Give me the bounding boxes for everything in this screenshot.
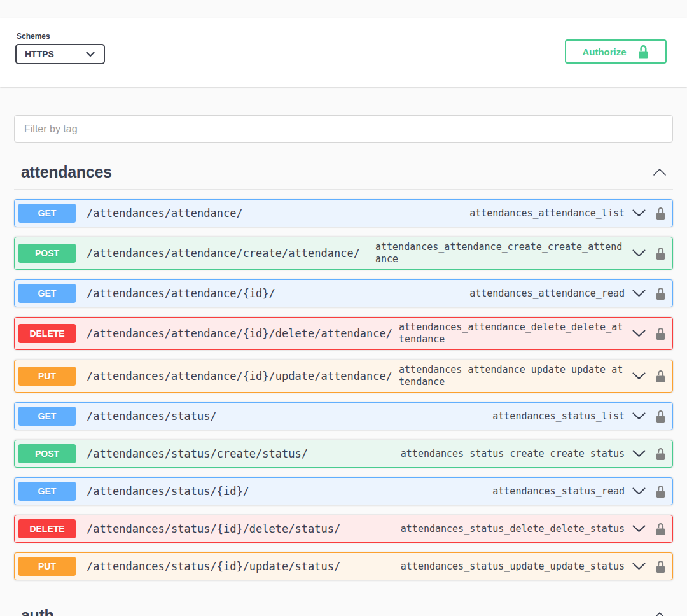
chevron-down-icon[interactable] xyxy=(632,290,646,297)
unlock-icon[interactable] xyxy=(655,287,666,300)
method-badge: PUT xyxy=(18,367,76,386)
method-badge: PUT xyxy=(18,557,76,576)
unlock-icon[interactable] xyxy=(655,447,666,461)
endpoint-path: /attendances/attendance/{id}/update/atte… xyxy=(87,370,392,382)
operation-id: attendances_status_list xyxy=(492,410,625,423)
method-badge: DELETE xyxy=(18,519,76,538)
operation-id-wrap: attendances_status_read xyxy=(249,486,625,498)
operation-id-wrap: attendances_status_create_create_status xyxy=(308,448,625,460)
scheme-select[interactable]: HTTPS xyxy=(15,44,105,64)
authorize-label: Authorize xyxy=(582,46,626,57)
unlock-icon[interactable] xyxy=(655,207,666,220)
operation-id: attendances_status_create_create_status xyxy=(401,448,625,460)
operation-id: attendances_status_update_update_status xyxy=(401,561,625,573)
chevron-down-icon xyxy=(86,52,95,57)
operation-id: attendances_attendance_read xyxy=(469,288,625,300)
operation-row[interactable]: PUT /attendances/attendance/{id}/update/… xyxy=(14,360,673,393)
unlock-icon[interactable] xyxy=(655,327,666,340)
chevron-down-icon[interactable] xyxy=(632,563,646,570)
tag-title: attendances xyxy=(21,163,112,181)
operation-row[interactable]: GET /attendances/attendance/ attendances… xyxy=(14,199,673,227)
operation-row[interactable]: POST /attendances/attendance/create/atte… xyxy=(14,237,673,270)
unlock-icon[interactable] xyxy=(655,522,666,536)
authorize-button[interactable]: Authorize xyxy=(565,39,667,64)
method-badge: POST xyxy=(18,244,76,263)
method-badge: GET xyxy=(18,284,76,303)
endpoint-path: /attendances/status/{id}/update/status/ xyxy=(87,560,340,573)
tag-section-attendances: attendances GET /attendances/attendance/… xyxy=(14,146,673,580)
endpoint-path: /attendances/status/{id}/ xyxy=(87,485,249,498)
chevron-down-icon[interactable] xyxy=(632,372,646,380)
chevron-down-icon[interactable] xyxy=(632,209,646,217)
chevron-up-icon[interactable] xyxy=(649,165,670,179)
method-badge: GET xyxy=(18,204,76,223)
chevron-down-icon[interactable] xyxy=(632,412,646,420)
chevron-up-icon[interactable] xyxy=(649,609,670,616)
tag-title: auth xyxy=(21,606,54,616)
operation-id-wrap: attendances_status_update_update_status xyxy=(340,561,625,573)
unlock-icon xyxy=(637,45,649,59)
operation-row[interactable]: PUT /attendances/status/{id}/update/stat… xyxy=(14,552,673,580)
api-sections: attendances GET /attendances/attendance/… xyxy=(0,146,687,616)
operation-id-wrap: attendances_attendance_delete_delete_att… xyxy=(392,321,625,346)
method-badge: DELETE xyxy=(18,324,76,343)
endpoint-path: /attendances/status/ xyxy=(87,410,217,423)
endpoint-path: /attendances/attendance/ xyxy=(87,207,243,220)
endpoint-path: /attendances/status/{id}/delete/status/ xyxy=(87,522,340,535)
operation-id-wrap: attendances_attendance_create_create_att… xyxy=(360,241,625,265)
tag-section-auth: auth xyxy=(14,590,673,616)
unlock-icon[interactable] xyxy=(655,370,666,383)
operation-id-wrap: attendances_attendance_list xyxy=(243,207,625,220)
endpoint-path: /attendances/attendance/{id}/ xyxy=(87,287,275,300)
unlock-icon[interactable] xyxy=(655,560,666,573)
operation-row[interactable]: GET /attendances/status/ attendances_sta… xyxy=(14,402,673,430)
operation-row[interactable]: GET /attendances/attendance/{id}/ attend… xyxy=(14,279,673,307)
chevron-down-icon[interactable] xyxy=(632,249,646,257)
scheme-container: Schemes HTTPS Authorize xyxy=(0,18,687,87)
operation-list: GET /attendances/attendance/ attendances… xyxy=(14,199,673,580)
operation-id: attendances_attendance_create_create_att… xyxy=(375,241,625,265)
unlock-icon[interactable] xyxy=(655,410,666,423)
method-badge: POST xyxy=(18,444,76,463)
endpoint-path: /attendances/attendance/create/attendanc… xyxy=(87,247,360,260)
chevron-down-icon[interactable] xyxy=(632,450,646,458)
unlock-icon[interactable] xyxy=(655,247,666,260)
operation-id: attendances_attendance_list xyxy=(469,207,625,220)
chevron-down-icon[interactable] xyxy=(632,487,646,495)
operation-row[interactable]: DELETE /attendances/attendance/{id}/dele… xyxy=(14,317,673,350)
operation-id: attendances_attendance_delete_delete_att… xyxy=(399,321,625,346)
tag-header[interactable]: attendances xyxy=(14,146,673,190)
operation-row[interactable]: GET /attendances/status/{id}/ attendance… xyxy=(14,477,673,505)
operation-row[interactable]: DELETE /attendances/status/{id}/delete/s… xyxy=(14,515,673,543)
scheme-selected-value: HTTPS xyxy=(25,49,54,59)
endpoint-path: /attendances/attendance/{id}/delete/atte… xyxy=(87,327,392,340)
unlock-icon[interactable] xyxy=(655,485,666,498)
operation-id-wrap: attendances_status_list xyxy=(217,410,625,423)
method-badge: GET xyxy=(18,407,76,426)
operation-id: attendances_status_read xyxy=(492,486,625,498)
operation-id-wrap: attendances_attendance_update_update_att… xyxy=(392,364,625,388)
chevron-down-icon[interactable] xyxy=(632,330,646,337)
tag-header[interactable]: auth xyxy=(14,590,673,616)
operation-id: attendances_status_delete_delete_status xyxy=(401,523,625,535)
endpoint-path: /attendances/status/create/status/ xyxy=(87,447,308,460)
filter-by-tag-input[interactable] xyxy=(14,115,673,143)
filter-bar xyxy=(0,87,687,143)
operation-id: attendances_attendance_update_update_att… xyxy=(399,364,625,388)
operation-row[interactable]: POST /attendances/status/create/status/ … xyxy=(14,440,673,468)
operation-id-wrap: attendances_status_delete_delete_status xyxy=(340,523,625,535)
top-strip xyxy=(0,0,687,18)
operation-id-wrap: attendances_attendance_read xyxy=(275,288,625,300)
method-badge: GET xyxy=(18,482,76,501)
chevron-down-icon[interactable] xyxy=(632,525,646,533)
